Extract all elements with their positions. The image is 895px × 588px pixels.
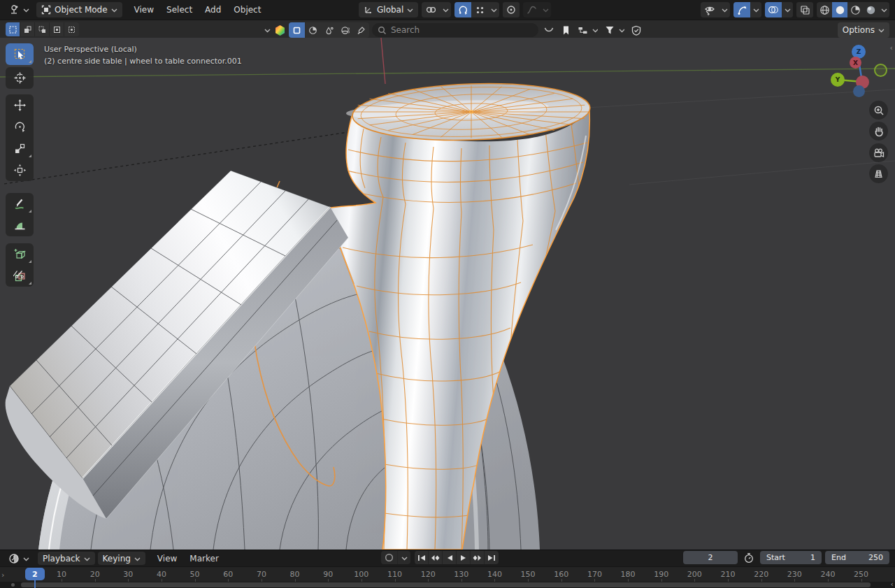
tool-rotate[interactable] [6, 116, 34, 138]
auto-key-toggle[interactable] [381, 551, 398, 564]
keying-dropdown[interactable]: Keying [98, 552, 145, 565]
snapping-icon[interactable] [422, 2, 440, 17]
menu-view[interactable]: View [128, 3, 160, 17]
filter-fluid-icon[interactable] [321, 22, 337, 38]
view-name-label: User Perspective (Local) [44, 43, 242, 55]
tool-transform[interactable] [6, 159, 34, 181]
outliner-filter-icon[interactable] [575, 22, 590, 38]
menu-add[interactable]: Add [199, 3, 227, 17]
end-frame-field[interactable]: End 250 [825, 551, 889, 564]
xray-toggle[interactable] [796, 2, 813, 17]
ortho-toggle-button[interactable] [869, 164, 888, 183]
falloff-curve-icon [523, 2, 540, 17]
tool-scale[interactable] [6, 138, 34, 159]
shading-dropdown[interactable] [878, 2, 889, 17]
tool-select-box[interactable] [6, 43, 34, 65]
timeline-menu-marker[interactable]: Marker [183, 552, 224, 566]
outliner-filter-dropdown[interactable] [590, 22, 600, 38]
start-frame-field[interactable]: Start 1 [760, 551, 822, 564]
ruler-frame-label: 30 [123, 570, 133, 579]
shading-solid-button[interactable] [832, 2, 847, 17]
bookmark-icon[interactable] [559, 22, 573, 38]
tool-measure[interactable] [6, 215, 34, 236]
filter-brush-icon[interactable] [353, 22, 369, 38]
tool-add-cube[interactable] [6, 243, 34, 265]
select-mode-extend[interactable] [20, 22, 35, 36]
stopwatch-icon [743, 552, 754, 564]
use-preview-range-toggle[interactable] [741, 551, 757, 564]
menu-select[interactable]: Select [160, 3, 199, 17]
play-reverse-button[interactable] [443, 551, 457, 564]
tool-duplicate-cut[interactable] [6, 265, 34, 287]
prev-keyframe-button[interactable] [429, 551, 443, 564]
playback-dropdown[interactable]: Playback [38, 552, 95, 565]
playhead-line[interactable] [34, 580, 36, 588]
chevron-down-icon[interactable] [264, 27, 271, 33]
keying-label: Keying [103, 554, 131, 564]
auto-key-dropdown[interactable] [398, 551, 410, 564]
shield-check-icon[interactable] [629, 22, 643, 38]
orientation-dropdown[interactable]: Global [359, 2, 418, 17]
gizmos-toggle[interactable] [733, 2, 750, 17]
chevron-down-icon [23, 7, 29, 13]
filter-object-icon[interactable] [289, 22, 305, 38]
gizmo-axis-y[interactable]: Y [831, 73, 845, 87]
jump-to-end-button[interactable] [485, 551, 499, 564]
chevron-down-icon [592, 27, 598, 33]
snap-target-icon[interactable] [471, 2, 488, 17]
proportional-edit-toggle[interactable] [503, 2, 520, 17]
current-frame-field[interactable]: 2 [683, 551, 738, 564]
menu-object[interactable]: Object [227, 3, 267, 17]
scroll-right-chevron[interactable]: ‹ [891, 580, 894, 588]
select-mode-set[interactable] [6, 22, 20, 36]
playhead-badge[interactable]: 2 [25, 568, 45, 580]
3d-viewport[interactable]: User Perspective (Local) (2) centre side… [0, 38, 895, 550]
overlays-toggle[interactable] [765, 2, 782, 17]
timeline-ruler[interactable]: › 10203040506070809010011012013014015016… [0, 566, 895, 582]
filter-funnel-dropdown[interactable] [617, 22, 626, 38]
gizmo-axis-y-neg[interactable] [874, 64, 887, 77]
snap-toggle[interactable] [454, 2, 471, 17]
playback-label: Playback [43, 554, 80, 564]
jump-to-start-button[interactable] [415, 551, 429, 564]
filter-funnel-icon[interactable] [603, 22, 617, 38]
overlays-dropdown[interactable] [782, 2, 793, 17]
snapping-dropdown[interactable] [440, 2, 451, 17]
shading-material-button[interactable] [847, 2, 863, 17]
select-mode-intersect[interactable] [64, 22, 79, 36]
show-object-types-icon[interactable] [701, 2, 719, 17]
gizmos-dropdown[interactable] [750, 2, 761, 17]
timeline-scrollbar[interactable] [21, 582, 871, 587]
shading-wireframe-button[interactable] [817, 2, 832, 17]
pan-button[interactable] [869, 122, 888, 141]
mode-dropdown[interactable]: Object Mode [36, 2, 122, 17]
tool-cursor[interactable] [6, 67, 34, 89]
select-mode-invert[interactable] [50, 22, 64, 36]
filter-material-icon[interactable] [305, 22, 321, 38]
gizmo-axis-x[interactable]: X [850, 57, 861, 69]
show-object-types-dropdown[interactable] [719, 2, 730, 17]
timeline-collapse-chevron[interactable]: › [1, 571, 4, 580]
backdrop-toggle[interactable] [541, 22, 557, 38]
editor-type-dropdown[interactable] [6, 2, 32, 17]
shading-rendered-button[interactable] [863, 2, 878, 17]
ruler-frame-label: 240 [820, 570, 835, 579]
zoom-button[interactable] [869, 101, 888, 120]
search-input[interactable]: Search [372, 23, 538, 37]
snap-target-dropdown[interactable] [488, 2, 499, 17]
sidebar-collapse-chevron[interactable]: ‹ [890, 43, 893, 52]
tool-annotate[interactable] [6, 193, 34, 215]
end-value: 250 [868, 553, 883, 562]
timeline-menu-view[interactable]: View [151, 552, 183, 566]
asset-sphere-icon[interactable] [274, 24, 286, 36]
gizmo-axis-z-neg[interactable] [853, 85, 865, 97]
tool-move[interactable] [6, 94, 34, 116]
play-button[interactable] [457, 551, 471, 564]
camera-view-button[interactable] [869, 143, 888, 162]
select-mode-subtract[interactable] [35, 22, 50, 36]
options-dropdown[interactable]: Options [838, 22, 889, 38]
filter-world-icon[interactable] [337, 22, 353, 38]
next-keyframe-button[interactable] [471, 551, 485, 564]
timeline-editor-type-dropdown[interactable] [6, 551, 32, 566]
active-object-label: (2) centre side table | wheel to table c… [44, 55, 242, 67]
